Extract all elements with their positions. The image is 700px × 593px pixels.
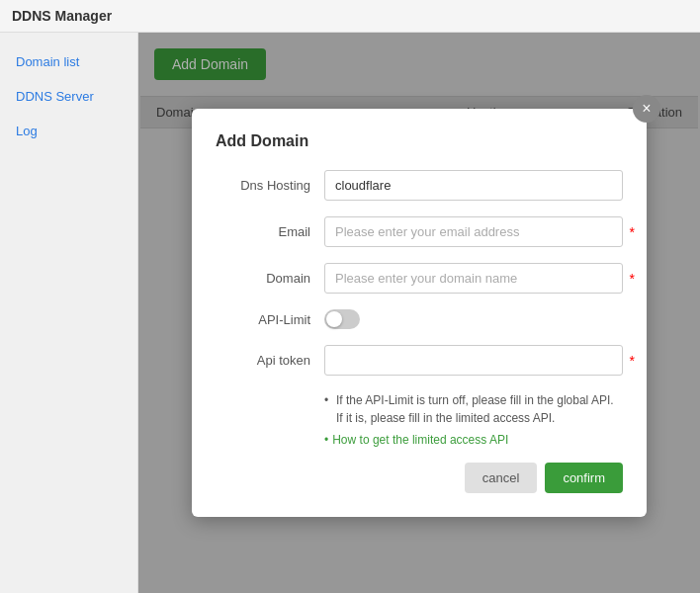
sidebar-item-log[interactable]: Log — [0, 114, 137, 148]
api-token-required-star: * — [630, 353, 635, 369]
api-token-input-wrap: * — [324, 345, 623, 376]
email-row: Email * — [216, 216, 623, 247]
domain-row: Domain * — [216, 263, 623, 294]
app-shell: DDNS Manager Domain list DDNS Server Log… — [0, 0, 700, 593]
title-bar: DDNS Manager — [0, 0, 700, 33]
dns-hosting-input[interactable] — [324, 170, 623, 201]
api-token-input[interactable] — [324, 345, 623, 376]
dns-hosting-input-wrap — [324, 170, 623, 201]
email-input[interactable] — [324, 216, 623, 247]
api-token-row: Api token * — [216, 345, 623, 376]
cancel-button[interactable]: cancel — [465, 463, 538, 493]
modal-title: Add Domain — [216, 132, 623, 150]
confirm-button[interactable]: confirm — [545, 463, 623, 493]
modal-close-button[interactable]: × — [633, 95, 660, 123]
app-title: DDNS Manager — [12, 8, 112, 24]
add-domain-modal: × Add Domain Dns Hosting Email — [192, 109, 647, 517]
dns-hosting-label: Dns Hosting — [216, 178, 324, 193]
modal-overlay: × Add Domain Dns Hosting Email — [138, 33, 700, 593]
domain-input-wrap: * — [324, 263, 623, 294]
domain-input[interactable] — [324, 263, 623, 294]
info-section: If the API-Limit is turn off, please fil… — [324, 391, 623, 447]
api-limit-row: API-Limit — [216, 309, 623, 329]
api-token-label: Api token — [216, 353, 324, 368]
sidebar: Domain list DDNS Server Log — [0, 33, 138, 593]
toggle-knob — [326, 311, 342, 327]
content-area: Add Domain Domain Hosting Operation × Ad… — [138, 33, 700, 593]
info-text: If the API-Limit is turn off, please fil… — [324, 391, 623, 427]
sidebar-item-domain-list[interactable]: Domain list — [0, 44, 137, 79]
email-input-wrap: * — [324, 216, 623, 247]
api-limit-toggle-wrap — [324, 309, 360, 329]
domain-label: Domain — [216, 271, 324, 286]
modal-footer: cancel confirm — [216, 463, 623, 493]
dns-hosting-row: Dns Hosting — [216, 170, 623, 201]
main-layout: Domain list DDNS Server Log Add Domain D… — [0, 33, 700, 593]
domain-required-star: * — [630, 271, 635, 287]
email-label: Email — [216, 224, 324, 239]
api-limit-toggle[interactable] — [324, 309, 360, 329]
api-limit-label: API-Limit — [216, 312, 324, 327]
sidebar-item-ddns-server[interactable]: DDNS Server — [0, 79, 137, 114]
info-link[interactable]: How to get the limited access API — [324, 433, 623, 447]
email-required-star: * — [630, 224, 635, 240]
